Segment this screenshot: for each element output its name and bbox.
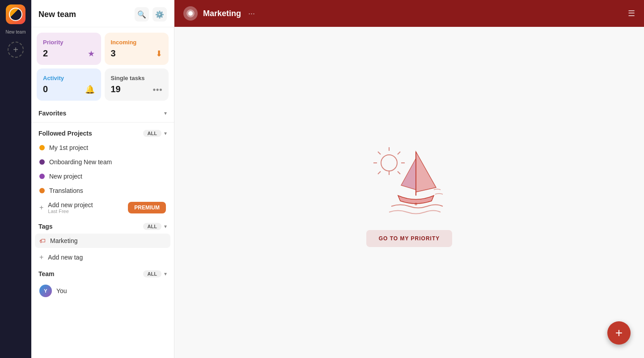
svg-marker-12 (416, 152, 436, 192)
team-title: Team (38, 270, 55, 277)
project-dot (39, 145, 45, 150)
add-project-item[interactable]: + Add new project Last Free PREMIUM (35, 198, 170, 217)
sidebar: New team 🔍 ⚙️ Priority 2 ★ Incoming 3 ⬇ … (31, 0, 174, 358)
followed-projects-chevron: ▾ (164, 130, 167, 136)
search-button[interactable]: 🔍 (135, 7, 149, 21)
project-item[interactable]: Translations (35, 183, 170, 198)
empty-state: GO TO MY PRIORITY (364, 138, 454, 247)
sailboat-illustration (364, 138, 454, 217)
favorites-chevron: ▾ (164, 110, 167, 116)
svg-point-14 (415, 203, 417, 205)
stats-grid: Priority 2 ★ Incoming 3 ⬇ Activity 0 🔔 S… (31, 27, 174, 104)
followed-projects-all-badge[interactable]: ALL (143, 130, 161, 137)
team-chevron: ▾ (164, 271, 167, 277)
project-name: My 1st project (49, 144, 88, 151)
main: Marketing ··· ☰ (174, 0, 644, 358)
main-header-title: Marketing (203, 9, 241, 18)
icon-bar-team-label: New team (5, 30, 25, 34)
app-logo[interactable] (6, 4, 25, 24)
add-project-icon: + (39, 204, 43, 212)
add-tag-item[interactable]: + Add new tag (35, 250, 170, 265)
main-header-menu-button[interactable]: ··· (248, 9, 255, 18)
activity-count: 0 (43, 84, 48, 94)
sidebar-header: New team 🔍 ⚙️ (31, 0, 174, 27)
single-tasks-icon: ●●● (153, 86, 162, 93)
svg-point-2 (381, 155, 397, 171)
svg-line-10 (378, 171, 381, 174)
tag-icon: 🏷 (39, 237, 46, 244)
main-header: Marketing ··· ☰ (174, 0, 644, 27)
svg-line-9 (398, 152, 400, 154)
incoming-count: 3 (111, 48, 116, 59)
project-dot (39, 159, 45, 165)
tags-all-badge[interactable]: ALL (143, 223, 161, 230)
incoming-card[interactable]: Incoming 3 ⬇ (105, 33, 169, 65)
priority-icon: ★ (88, 49, 95, 59)
avatar: Y (39, 285, 52, 297)
add-workspace-button[interactable]: + (8, 42, 24, 58)
add-tag-icon: + (39, 253, 43, 261)
priority-label: Priority (43, 39, 95, 46)
favorites-title: Favorites (38, 110, 66, 117)
sidebar-actions: 🔍 ⚙️ (135, 7, 167, 21)
project-item[interactable]: My 1st project (35, 141, 170, 155)
single-tasks-count: 19 (111, 84, 121, 94)
followed-projects-section[interactable]: Followed Projects ALL ▾ (31, 124, 174, 141)
go-to-priority-button[interactable]: GO TO MY PRIORITY (366, 230, 453, 247)
team-all-badge[interactable]: ALL (143, 270, 161, 277)
team-section[interactable]: Team ALL ▾ (31, 265, 174, 281)
fab-button[interactable]: + (607, 321, 631, 345)
svg-line-8 (398, 171, 400, 174)
sidebar-title: New team (38, 10, 76, 19)
project-dot (39, 188, 45, 193)
activity-card[interactable]: Activity 0 🔔 (37, 68, 101, 101)
project-list: My 1st project Onboarding New team New p… (31, 141, 174, 217)
project-name: Translations (49, 187, 83, 194)
tags-chevron: ▾ (164, 223, 167, 230)
premium-button[interactable]: PREMIUM (128, 202, 166, 213)
incoming-icon: ⬇ (156, 49, 162, 59)
main-header-actions: ☰ (628, 9, 635, 18)
add-project-sub: Last Free (48, 209, 93, 214)
main-body: GO TO MY PRIORITY (174, 27, 644, 358)
activity-icon: 🔔 (85, 85, 95, 94)
project-dot (39, 174, 45, 179)
priority-count: 2 (43, 48, 48, 59)
tag-name: Marketing (50, 237, 77, 244)
icon-bar: New team + (0, 0, 31, 358)
tag-item[interactable]: 🏷 Marketing (35, 234, 170, 248)
project-name: New project (49, 173, 82, 180)
single-tasks-label: Single tasks (111, 75, 163, 81)
settings-button[interactable]: ⚙️ (153, 7, 167, 21)
project-name: Onboarding New team (49, 158, 112, 166)
followed-projects-title: Followed Projects (38, 130, 92, 137)
svg-line-7 (378, 152, 381, 154)
add-tag-label: Add new tag (48, 254, 83, 261)
single-tasks-card[interactable]: Single tasks 19 ●●● (105, 68, 169, 101)
activity-label: Activity (43, 75, 95, 81)
priority-card[interactable]: Priority 2 ★ (37, 33, 101, 65)
svg-point-1 (188, 11, 193, 16)
favorites-section[interactable]: Favorites ▾ (31, 104, 174, 120)
incoming-label: Incoming (111, 39, 163, 46)
main-header-logo (183, 6, 198, 21)
header-search-icon[interactable]: ☰ (628, 9, 635, 18)
project-item[interactable]: Onboarding New team (35, 155, 170, 169)
tags-title: Tags (38, 223, 53, 230)
member-name: You (56, 287, 67, 294)
tags-section[interactable]: Tags ALL ▾ (31, 217, 174, 234)
add-project-label: Add new project (48, 201, 93, 209)
project-item[interactable]: New project (35, 169, 170, 183)
team-member[interactable]: Y You (35, 281, 170, 301)
